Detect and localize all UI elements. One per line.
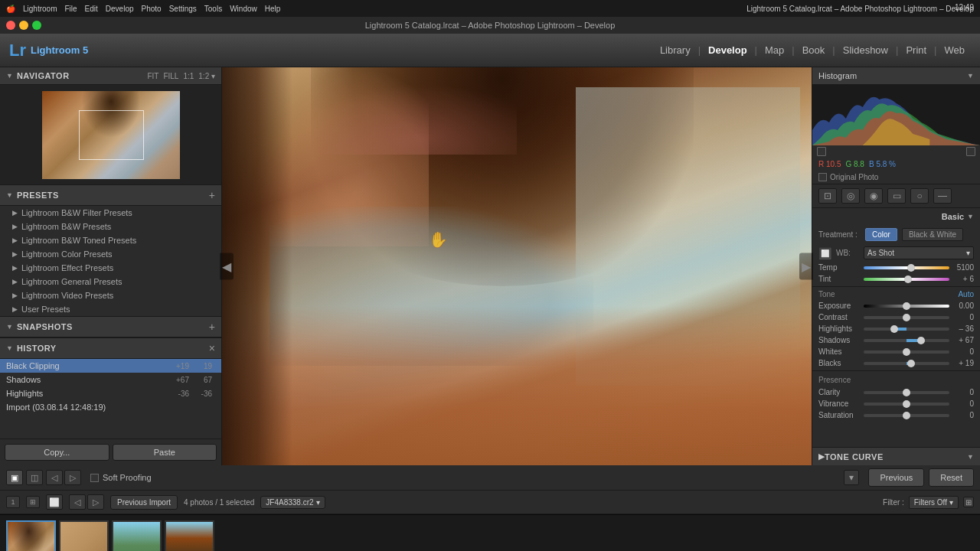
- reset-button[interactable]: Reset: [929, 468, 974, 487]
- nav-web[interactable]: Web: [939, 41, 972, 59]
- filter-options-btn[interactable]: ⊞: [963, 497, 974, 507]
- history-header[interactable]: ▼ History ×: [0, 338, 221, 359]
- single-view-btn[interactable]: ⬜: [46, 494, 63, 510]
- preset-bw-toned[interactable]: ▶Lightroom B&W Toned Presets: [0, 233, 221, 247]
- nav-slideshow[interactable]: Slideshow: [837, 41, 894, 59]
- film-thumb-2[interactable]: [59, 520, 109, 551]
- histogram-header[interactable]: Histogram ▼: [812, 67, 980, 84]
- highlights-slider[interactable]: [864, 328, 949, 331]
- nav-map[interactable]: Map: [759, 41, 790, 59]
- histogram-highlight-clip[interactable]: [966, 147, 975, 156]
- temp-slider[interactable]: [864, 266, 949, 269]
- clarity-thumb[interactable]: [903, 389, 910, 396]
- spot-heal-tool[interactable]: ◎: [841, 188, 860, 204]
- nav-library[interactable]: Library: [654, 41, 697, 59]
- view-btn-1[interactable]: ▣: [6, 470, 23, 485]
- color-treatment-btn[interactable]: Color: [865, 228, 897, 241]
- preset-general[interactable]: ▶Lightroom General Presets: [0, 275, 221, 289]
- contrast-slider[interactable]: [864, 316, 949, 319]
- clarity-slider[interactable]: [864, 391, 949, 394]
- right-panel-toggle[interactable]: ▶: [799, 253, 813, 280]
- contrast-thumb[interactable]: [903, 314, 910, 321]
- view-btn-2[interactable]: ◫: [26, 470, 43, 485]
- preset-bw[interactable]: ▶Lightroom B&W Presets: [0, 220, 221, 233]
- blacks-slider[interactable]: [864, 362, 949, 365]
- nav-book[interactable]: Book: [796, 41, 831, 59]
- radial-filter-tool[interactable]: ○: [910, 188, 929, 204]
- paste-button[interactable]: Paste: [113, 444, 217, 461]
- grid-view-btn[interactable]: ⊞: [26, 496, 40, 508]
- menu-tools[interactable]: Tools: [204, 5, 222, 13]
- photo-file-selector[interactable]: JF4A8338.cr2 ▾: [260, 496, 325, 509]
- vibrance-thumb[interactable]: [903, 400, 910, 408]
- preset-bw-filter[interactable]: ▶Lightroom B&W Filter Presets: [0, 206, 221, 220]
- temp-thumb[interactable]: [907, 264, 915, 272]
- soft-proof-dropdown[interactable]: ▾: [844, 472, 859, 483]
- whites-thumb[interactable]: [903, 348, 910, 356]
- film-thumb-4[interactable]: [165, 520, 214, 551]
- tint-slider[interactable]: [864, 278, 949, 281]
- navigator-header[interactable]: ▼ Navigator FIT FILL 1:1 1:2 ▾: [0, 67, 221, 85]
- preset-user[interactable]: ▶User Presets: [0, 302, 221, 316]
- filmstrip-next[interactable]: ▷: [87, 494, 104, 510]
- view-nav-prev[interactable]: ◁: [46, 470, 63, 485]
- crop-tool[interactable]: ⊡: [818, 188, 837, 204]
- preset-video[interactable]: ▶Lightroom Video Presets: [0, 289, 221, 302]
- 1to1-control[interactable]: 1:1: [183, 72, 194, 80]
- soft-proof-checkbox[interactable]: [90, 474, 99, 482]
- tone-curve-header[interactable]: ▶ Tone Curve ▼: [812, 447, 980, 465]
- snapshots-header[interactable]: ▼ Snapshots +: [0, 317, 221, 337]
- auto-button[interactable]: Auto: [958, 290, 974, 298]
- soft-proofing-label[interactable]: Soft Proofing: [103, 473, 152, 482]
- graduated-filter-tool[interactable]: ▭: [887, 188, 906, 204]
- maximize-button[interactable]: [32, 21, 41, 30]
- left-panel-toggle[interactable]: ◀: [220, 253, 234, 280]
- exposure-slider[interactable]: [864, 305, 949, 308]
- film-thumb-3[interactable]: [112, 520, 162, 551]
- adjustment-brush-tool[interactable]: —: [933, 188, 952, 204]
- menu-photo[interactable]: Photo: [142, 5, 162, 13]
- snapshots-add[interactable]: +: [209, 321, 215, 333]
- tint-thumb[interactable]: [904, 276, 912, 283]
- apple-icon[interactable]: 🍎: [6, 5, 15, 13]
- shadows-thumb[interactable]: [917, 337, 925, 344]
- filmstrip-prev[interactable]: ◁: [69, 494, 86, 510]
- copy-button[interactable]: Copy...: [5, 444, 109, 461]
- view-nav-next[interactable]: ▷: [64, 470, 81, 485]
- highlights-thumb[interactable]: [890, 325, 898, 333]
- histogram-shadow-clip[interactable]: [817, 147, 826, 156]
- menu-settings[interactable]: Settings: [169, 5, 197, 13]
- fit-control[interactable]: FIT: [147, 72, 158, 80]
- minimize-button[interactable]: [19, 21, 28, 30]
- fill-control[interactable]: FILL: [163, 72, 178, 80]
- menu-help[interactable]: Help: [265, 5, 281, 13]
- shadows-slider[interactable]: [864, 339, 949, 342]
- history-item-3[interactable]: Highlights -36 -36: [0, 386, 221, 400]
- close-button[interactable]: [6, 21, 15, 30]
- nav-develop[interactable]: Develop: [702, 41, 753, 59]
- wb-picker-icon[interactable]: 🔲: [818, 247, 831, 259]
- menu-window[interactable]: Window: [230, 5, 257, 13]
- menu-develop[interactable]: Develop: [106, 5, 134, 13]
- wb-select[interactable]: As Shot ▾: [864, 246, 974, 259]
- preset-color[interactable]: ▶Lightroom Color Presets: [0, 247, 221, 261]
- page-number[interactable]: 1: [6, 496, 20, 508]
- preset-effect[interactable]: ▶Lightroom Effect Presets: [0, 261, 221, 275]
- history-item-4[interactable]: Import (03.08.14 12:48:19): [0, 400, 221, 414]
- saturation-thumb[interactable]: [903, 412, 910, 419]
- bw-treatment-btn[interactable]: Black & White: [902, 228, 963, 241]
- prev-import-btn[interactable]: Previous Import: [110, 495, 178, 510]
- redeye-tool[interactable]: ◉: [864, 188, 883, 204]
- original-photo-checkbox[interactable]: [818, 173, 827, 181]
- filter-select[interactable]: Filters Off ▾: [909, 496, 959, 509]
- presets-add[interactable]: +: [209, 189, 215, 201]
- history-item-2[interactable]: Shadows +67 67: [0, 373, 221, 386]
- whites-slider[interactable]: [864, 350, 949, 354]
- film-thumb-1[interactable]: [6, 520, 56, 551]
- history-item-1[interactable]: Black Clipping +19 19: [0, 359, 221, 373]
- previous-button[interactable]: Previous: [868, 468, 924, 487]
- saturation-slider[interactable]: [864, 414, 949, 417]
- exposure-thumb[interactable]: [903, 302, 910, 310]
- menu-edit[interactable]: Edit: [85, 5, 98, 13]
- vibrance-slider[interactable]: [864, 403, 949, 406]
